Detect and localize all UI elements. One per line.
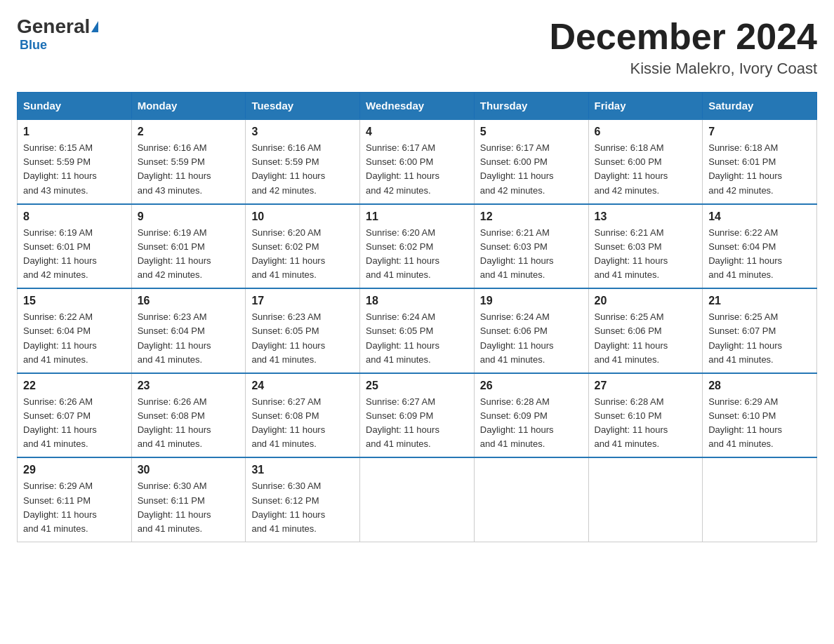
location-title: Kissie Malekro, Ivory Coast xyxy=(549,60,817,78)
calendar-cell: 30Sunrise: 6:30 AMSunset: 6:11 PMDayligh… xyxy=(131,457,246,542)
day-info: Sunrise: 6:20 AMSunset: 6:02 PMDaylight:… xyxy=(366,226,468,283)
day-number: 27 xyxy=(595,380,697,392)
calendar-cell xyxy=(703,457,817,542)
day-info: Sunrise: 6:30 AMSunset: 6:11 PMDaylight:… xyxy=(138,479,240,536)
month-title: December 2024 xyxy=(549,17,817,57)
weekday-header-tuesday: Tuesday xyxy=(246,93,360,120)
day-number: 21 xyxy=(708,295,811,307)
day-info: Sunrise: 6:21 AMSunset: 6:03 PMDaylight:… xyxy=(595,226,697,283)
calendar-cell xyxy=(588,457,703,542)
calendar-table: SundayMondayTuesdayWednesdayThursdayFrid… xyxy=(17,92,817,542)
day-number: 13 xyxy=(595,210,697,223)
day-number: 22 xyxy=(23,380,126,392)
day-number: 1 xyxy=(23,126,126,138)
day-info: Sunrise: 6:30 AMSunset: 6:12 PMDaylight:… xyxy=(251,479,354,536)
calendar-cell: 5Sunrise: 6:17 AMSunset: 6:00 PMDaylight… xyxy=(474,119,588,204)
day-info: Sunrise: 6:22 AMSunset: 6:04 PMDaylight:… xyxy=(708,226,811,283)
day-info: Sunrise: 6:16 AMSunset: 5:59 PMDaylight:… xyxy=(251,141,354,198)
day-info: Sunrise: 6:23 AMSunset: 6:04 PMDaylight:… xyxy=(138,310,240,367)
day-number: 16 xyxy=(138,295,240,307)
day-number: 19 xyxy=(480,295,583,307)
day-info: Sunrise: 6:24 AMSunset: 6:05 PMDaylight:… xyxy=(366,310,468,367)
calendar-cell: 11Sunrise: 6:20 AMSunset: 6:02 PMDayligh… xyxy=(360,204,475,289)
day-number: 30 xyxy=(138,464,240,476)
day-number: 6 xyxy=(595,126,697,138)
calendar-cell: 18Sunrise: 6:24 AMSunset: 6:05 PMDayligh… xyxy=(360,288,475,373)
day-info: Sunrise: 6:18 AMSunset: 6:00 PMDaylight:… xyxy=(595,141,697,198)
logo-blue-text: Blue xyxy=(20,38,47,53)
calendar-cell: 3Sunrise: 6:16 AMSunset: 5:59 PMDaylight… xyxy=(246,119,360,204)
calendar-cell: 6Sunrise: 6:18 AMSunset: 6:00 PMDaylight… xyxy=(588,119,703,204)
calendar-cell: 16Sunrise: 6:23 AMSunset: 6:04 PMDayligh… xyxy=(131,288,246,373)
calendar-cell: 31Sunrise: 6:30 AMSunset: 6:12 PMDayligh… xyxy=(246,457,360,542)
day-info: Sunrise: 6:28 AMSunset: 6:10 PMDaylight:… xyxy=(595,395,697,452)
day-number: 2 xyxy=(138,126,240,138)
calendar-cell: 29Sunrise: 6:29 AMSunset: 6:11 PMDayligh… xyxy=(18,457,132,542)
calendar-cell: 1Sunrise: 6:15 AMSunset: 5:59 PMDaylight… xyxy=(18,119,132,204)
day-number: 31 xyxy=(251,464,354,476)
day-info: Sunrise: 6:18 AMSunset: 6:01 PMDaylight:… xyxy=(708,141,811,198)
day-number: 12 xyxy=(480,210,583,223)
calendar-cell: 7Sunrise: 6:18 AMSunset: 6:01 PMDaylight… xyxy=(703,119,817,204)
day-number: 20 xyxy=(595,295,697,307)
calendar-cell: 23Sunrise: 6:26 AMSunset: 6:08 PMDayligh… xyxy=(131,373,246,458)
day-info: Sunrise: 6:25 AMSunset: 6:07 PMDaylight:… xyxy=(708,310,811,367)
day-info: Sunrise: 6:19 AMSunset: 6:01 PMDaylight:… xyxy=(138,226,240,283)
calendar-cell xyxy=(360,457,475,542)
day-info: Sunrise: 6:19 AMSunset: 6:01 PMDaylight:… xyxy=(23,226,126,283)
day-info: Sunrise: 6:23 AMSunset: 6:05 PMDaylight:… xyxy=(251,310,354,367)
calendar-cell xyxy=(474,457,588,542)
day-info: Sunrise: 6:15 AMSunset: 5:59 PMDaylight:… xyxy=(23,141,126,198)
calendar-cell: 26Sunrise: 6:28 AMSunset: 6:09 PMDayligh… xyxy=(474,373,588,458)
calendar-cell: 21Sunrise: 6:25 AMSunset: 6:07 PMDayligh… xyxy=(703,288,817,373)
day-number: 10 xyxy=(251,210,354,223)
weekday-header-wednesday: Wednesday xyxy=(360,93,475,120)
day-number: 3 xyxy=(251,126,354,138)
calendar-cell: 24Sunrise: 6:27 AMSunset: 6:08 PMDayligh… xyxy=(246,373,360,458)
day-number: 26 xyxy=(480,380,583,392)
day-number: 5 xyxy=(480,126,583,138)
title-block: December 2024 Kissie Malekro, Ivory Coas… xyxy=(549,17,817,78)
day-info: Sunrise: 6:22 AMSunset: 6:04 PMDaylight:… xyxy=(23,310,126,367)
day-number: 17 xyxy=(251,295,354,307)
day-number: 28 xyxy=(708,380,811,392)
calendar-week-row: 29Sunrise: 6:29 AMSunset: 6:11 PMDayligh… xyxy=(18,457,817,542)
day-info: Sunrise: 6:17 AMSunset: 6:00 PMDaylight:… xyxy=(366,141,468,198)
calendar-cell: 14Sunrise: 6:22 AMSunset: 6:04 PMDayligh… xyxy=(703,204,817,289)
calendar-cell: 2Sunrise: 6:16 AMSunset: 5:59 PMDaylight… xyxy=(131,119,246,204)
day-number: 8 xyxy=(23,210,126,223)
day-info: Sunrise: 6:26 AMSunset: 6:07 PMDaylight:… xyxy=(23,395,126,452)
calendar-week-row: 1Sunrise: 6:15 AMSunset: 5:59 PMDaylight… xyxy=(18,119,817,204)
day-number: 15 xyxy=(23,295,126,307)
calendar-cell: 12Sunrise: 6:21 AMSunset: 6:03 PMDayligh… xyxy=(474,204,588,289)
day-number: 9 xyxy=(138,210,240,223)
day-info: Sunrise: 6:28 AMSunset: 6:09 PMDaylight:… xyxy=(480,395,583,452)
day-info: Sunrise: 6:16 AMSunset: 5:59 PMDaylight:… xyxy=(138,141,240,198)
calendar-cell: 27Sunrise: 6:28 AMSunset: 6:10 PMDayligh… xyxy=(588,373,703,458)
day-info: Sunrise: 6:29 AMSunset: 6:10 PMDaylight:… xyxy=(708,395,811,452)
day-number: 24 xyxy=(251,380,354,392)
weekday-header-monday: Monday xyxy=(131,93,246,120)
day-number: 14 xyxy=(708,210,811,223)
weekday-header-thursday: Thursday xyxy=(474,93,588,120)
day-info: Sunrise: 6:21 AMSunset: 6:03 PMDaylight:… xyxy=(480,226,583,283)
calendar-week-row: 22Sunrise: 6:26 AMSunset: 6:07 PMDayligh… xyxy=(18,373,817,458)
day-info: Sunrise: 6:17 AMSunset: 6:00 PMDaylight:… xyxy=(480,141,583,198)
calendar-week-row: 8Sunrise: 6:19 AMSunset: 6:01 PMDaylight… xyxy=(18,204,817,289)
calendar-cell: 17Sunrise: 6:23 AMSunset: 6:05 PMDayligh… xyxy=(246,288,360,373)
logo: General Blue xyxy=(17,17,98,53)
day-info: Sunrise: 6:29 AMSunset: 6:11 PMDaylight:… xyxy=(23,479,126,536)
day-number: 4 xyxy=(366,126,468,138)
day-info: Sunrise: 6:27 AMSunset: 6:08 PMDaylight:… xyxy=(251,395,354,452)
calendar-cell: 15Sunrise: 6:22 AMSunset: 6:04 PMDayligh… xyxy=(18,288,132,373)
day-number: 18 xyxy=(366,295,468,307)
day-info: Sunrise: 6:24 AMSunset: 6:06 PMDaylight:… xyxy=(480,310,583,367)
calendar-cell: 22Sunrise: 6:26 AMSunset: 6:07 PMDayligh… xyxy=(18,373,132,458)
weekday-header-sunday: Sunday xyxy=(18,93,132,120)
calendar-cell: 19Sunrise: 6:24 AMSunset: 6:06 PMDayligh… xyxy=(474,288,588,373)
logo-triangle-icon xyxy=(91,21,98,32)
day-info: Sunrise: 6:26 AMSunset: 6:08 PMDaylight:… xyxy=(138,395,240,452)
calendar-cell: 25Sunrise: 6:27 AMSunset: 6:09 PMDayligh… xyxy=(360,373,475,458)
calendar-cell: 13Sunrise: 6:21 AMSunset: 6:03 PMDayligh… xyxy=(588,204,703,289)
calendar-cell: 9Sunrise: 6:19 AMSunset: 6:01 PMDaylight… xyxy=(131,204,246,289)
